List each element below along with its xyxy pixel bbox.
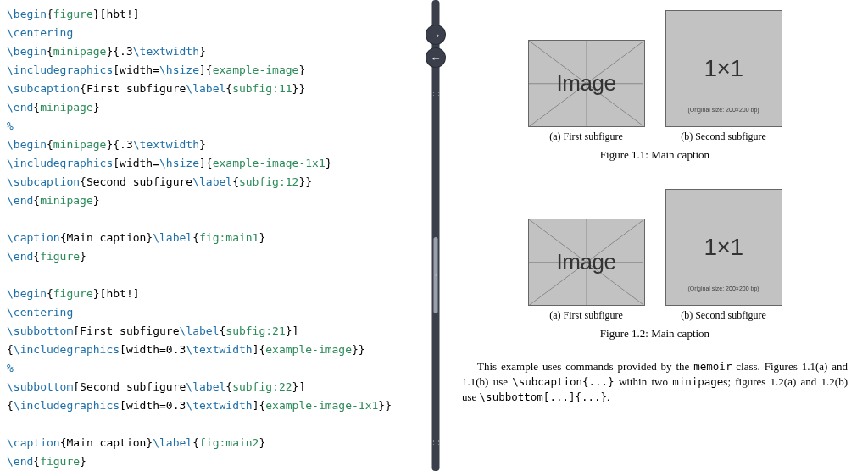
image-label: Image bbox=[557, 70, 616, 97]
code-token: figure bbox=[40, 250, 80, 263]
code-token: } bbox=[199, 45, 206, 58]
code-blank bbox=[7, 269, 14, 281]
code-token: \begin bbox=[7, 138, 47, 151]
code-token: \label bbox=[192, 175, 232, 188]
code-token: minipage bbox=[40, 194, 93, 207]
code-token: \caption bbox=[7, 231, 60, 244]
subfigure-2a: Image (a) First subfigure bbox=[528, 219, 645, 322]
image-label: Image bbox=[557, 249, 616, 275]
body-paragraph: This example uses commands provided by t… bbox=[462, 359, 848, 405]
placeholder-image-1x1: 1×1 (Original size: 200×200 bp) bbox=[665, 10, 782, 127]
sync-forward-button[interactable]: → bbox=[426, 25, 445, 44]
code-token: \includegraphics bbox=[14, 399, 120, 412]
code-token: }] bbox=[292, 380, 306, 393]
code-token: fig:main1 bbox=[199, 231, 259, 244]
code-blank bbox=[7, 418, 14, 430]
code-token: \caption bbox=[7, 436, 60, 449]
code-token: \centering bbox=[7, 306, 73, 319]
code-editor[interactable]: \begin{figure}[hbt!] \centering \begin{m… bbox=[0, 0, 430, 471]
code-token: example-image bbox=[213, 64, 299, 76]
app-root: \begin{figure}[hbt!] \centering \begin{m… bbox=[0, 0, 868, 471]
divider-rail: ⋮⋮ › ⋮⋮ bbox=[432, 0, 440, 471]
pdf-preview[interactable]: Image (a) First subfigure 1×1 (Original … bbox=[442, 0, 868, 471]
code-token: {.3 bbox=[113, 138, 132, 151]
code-token: [width= bbox=[113, 157, 159, 169]
code-token: {Second subfigure bbox=[80, 175, 192, 188]
placeholder-image: Image bbox=[528, 219, 645, 306]
image-size-note: (Original size: 200×200 bp) bbox=[687, 107, 759, 113]
code-token: ]{ bbox=[199, 64, 213, 76]
code-token: }} bbox=[292, 82, 306, 95]
image-size-note: (Original size: 200×200 bp) bbox=[687, 285, 759, 291]
placeholder-image: Image bbox=[528, 40, 645, 127]
code-token: figure bbox=[53, 8, 93, 20]
code-token: } bbox=[199, 138, 206, 151]
code-token: [width=0.3 bbox=[120, 399, 186, 412]
code-token: \label bbox=[180, 324, 220, 337]
code-token: }} bbox=[352, 343, 365, 356]
subcaption-2a: (a) First subfigure bbox=[549, 309, 623, 322]
code-token: {First subfigure bbox=[80, 82, 186, 95]
code-token: \includegraphics bbox=[7, 157, 113, 169]
code-token: [width= bbox=[113, 64, 159, 76]
code-token: subfig:11 bbox=[232, 82, 292, 95]
code-token: example-image bbox=[265, 343, 352, 356]
figure-1: Image (a) First subfigure 1×1 (Original … bbox=[462, 10, 848, 143]
code-token: \textwidth bbox=[133, 45, 199, 58]
image-label: 1×1 bbox=[704, 55, 743, 82]
code-token: ]{ bbox=[253, 399, 266, 412]
figure-caption-1: Figure 1.1: Main caption bbox=[462, 148, 848, 162]
code-token: \hsize bbox=[159, 64, 199, 76]
subfigure-2b: 1×1 (Original size: 200×200 bp) (b) Seco… bbox=[665, 189, 782, 322]
placeholder-image-1x1: 1×1 (Original size: 200×200 bp) bbox=[665, 189, 782, 306]
code-token: \textwidth bbox=[186, 399, 252, 412]
code-token: \end bbox=[7, 101, 33, 114]
chevron-right-icon[interactable]: › bbox=[435, 271, 437, 279]
code-token: fig:main2 bbox=[199, 436, 259, 449]
code-token: \textwidth bbox=[133, 138, 199, 151]
code-token: figure bbox=[40, 455, 80, 468]
code-token: \centering bbox=[7, 26, 73, 39]
figure-2: Image (a) First subfigure 1×1 (Original … bbox=[462, 189, 848, 322]
code-token: minipage bbox=[40, 101, 93, 114]
code-token: minipage bbox=[53, 45, 107, 58]
code-token: [hbt!] bbox=[100, 8, 140, 20]
subfigure-1b: 1×1 (Original size: 200×200 bp) (b) Seco… bbox=[665, 10, 782, 143]
code-token: { bbox=[232, 175, 239, 188]
code-token: {Main caption} bbox=[60, 436, 153, 449]
arrow-left-icon: ← bbox=[431, 52, 442, 64]
code-token: \includegraphics bbox=[7, 64, 113, 76]
code-blank bbox=[7, 213, 14, 225]
code-token: minipage bbox=[53, 138, 107, 151]
drag-handle-icon[interactable]: ⋮⋮ bbox=[431, 91, 441, 95]
code-token: \hsize bbox=[159, 157, 199, 169]
code-token: \subcaption bbox=[7, 175, 80, 188]
code-token: { bbox=[225, 82, 232, 95]
subcaption-1a: (a) First subfigure bbox=[549, 130, 623, 143]
code-token: example-image-1x1 bbox=[213, 157, 326, 169]
code-token: \subbottom bbox=[7, 380, 73, 393]
code-token: { bbox=[7, 343, 14, 356]
pane-divider[interactable]: ⋮⋮ › ⋮⋮ → ← bbox=[430, 0, 442, 471]
code-token: { bbox=[192, 231, 199, 244]
code-token: } bbox=[298, 64, 305, 76]
code-token: \end bbox=[7, 250, 33, 263]
subcaption-2b: (b) Second subfigure bbox=[681, 309, 766, 322]
code-token: \end bbox=[7, 455, 33, 468]
sync-back-button[interactable]: ← bbox=[426, 48, 445, 67]
code-token: figure bbox=[53, 287, 93, 300]
code-token: \begin bbox=[7, 8, 47, 20]
code-token: [width=0.3 bbox=[120, 343, 186, 356]
subcaption-1b: (b) Second subfigure bbox=[681, 130, 766, 143]
code-token: \label bbox=[186, 82, 225, 95]
code-token: subfig:21 bbox=[225, 324, 285, 337]
drag-handle-icon[interactable]: ⋮⋮ bbox=[431, 441, 441, 444]
code-token: \includegraphics bbox=[14, 343, 120, 356]
code-token: [Second subfigure bbox=[73, 380, 186, 393]
code-token: ]{ bbox=[253, 343, 266, 356]
code-token: { bbox=[192, 436, 199, 449]
code-token: {.3 bbox=[113, 45, 132, 58]
arrow-right-icon: → bbox=[431, 29, 442, 42]
image-label: 1×1 bbox=[704, 234, 743, 261]
code-token: subfig:12 bbox=[239, 175, 298, 188]
